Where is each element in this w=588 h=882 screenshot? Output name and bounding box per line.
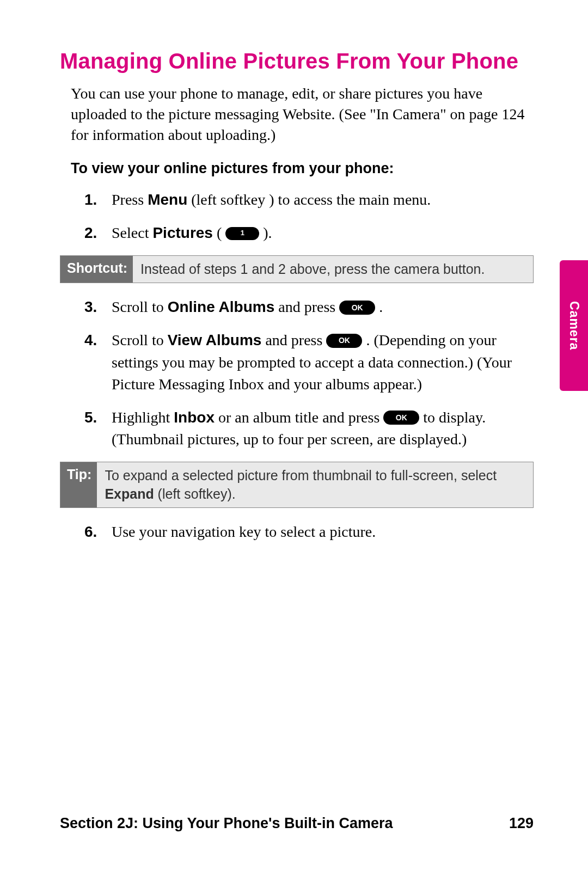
step-body: Select Pictures ( 1 ). <box>112 222 534 244</box>
callout-label: Shortcut: <box>60 256 133 283</box>
steps-list: 1. Press Menu (left softkey ) to access … <box>84 189 534 244</box>
steps-list-continued: 3. Scroll to Online Albums and press OK … <box>84 296 534 451</box>
step-number: 3. <box>84 296 112 318</box>
step-6: 6. Use your navigation key to select a p… <box>84 521 534 543</box>
step-body: Scroll to Online Albums and press OK . <box>112 296 534 318</box>
step-body: Press Menu (left softkey ) to access the… <box>112 189 534 211</box>
tip-callout: Tip: To expand a selected picture from t… <box>60 462 534 509</box>
page-content: Managing Online Pictures From Your Phone… <box>0 0 588 543</box>
steps-list-final: 6. Use your navigation key to select a p… <box>84 521 534 543</box>
key-pill-ok: OK <box>326 334 362 348</box>
step-number: 2. <box>84 222 112 244</box>
key-pill-1: 1 <box>225 227 259 240</box>
page-title: Managing Online Pictures From Your Phone <box>60 49 534 74</box>
side-tab-camera: Camera <box>560 260 588 391</box>
step-number: 4. <box>84 329 112 396</box>
procedure-heading: To view your online pictures from your p… <box>71 160 534 177</box>
callout-text: Instead of steps 1 and 2 above, press th… <box>133 256 533 283</box>
callout-text: To expand a selected picture from thumbn… <box>97 462 533 508</box>
step-number: 5. <box>84 407 112 451</box>
intro-paragraph: You can use your phone to manage, edit, … <box>71 83 534 145</box>
step-body: Use your navigation key to select a pict… <box>112 521 534 543</box>
shortcut-callout: Shortcut: Instead of steps 1 and 2 above… <box>60 255 534 284</box>
step-3: 3. Scroll to Online Albums and press OK … <box>84 296 534 318</box>
step-number: 6. <box>84 521 112 543</box>
callout-label: Tip: <box>60 462 97 508</box>
page-footer: Section 2J: Using Your Phone's Built-in … <box>60 815 534 832</box>
step-2: 2. Select Pictures ( 1 ). <box>84 222 534 244</box>
step-4: 4. Scroll to View Albums and press OK . … <box>84 329 534 396</box>
footer-section: Section 2J: Using Your Phone's Built-in … <box>60 815 393 832</box>
step-number: 1. <box>84 189 112 211</box>
key-pill-ok: OK <box>383 411 419 425</box>
step-1: 1. Press Menu (left softkey ) to access … <box>84 189 534 211</box>
step-body: Scroll to View Albums and press OK . (De… <box>112 329 534 396</box>
step-body: Highlight Inbox or an album title and pr… <box>112 407 534 451</box>
key-pill-ok: OK <box>339 301 375 315</box>
step-5: 5. Highlight Inbox or an album title and… <box>84 407 534 451</box>
footer-page-number: 129 <box>509 815 534 832</box>
